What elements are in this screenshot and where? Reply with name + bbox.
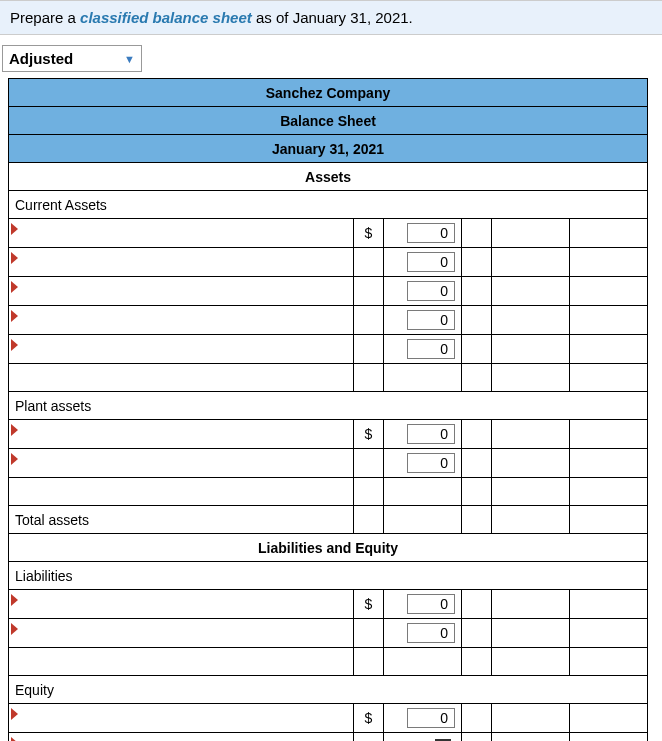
company-title: Sanchez Company bbox=[9, 79, 648, 107]
table-row: ↶(4,800) bbox=[9, 733, 648, 742]
account-select[interactable] bbox=[9, 590, 354, 619]
subtotal-row bbox=[9, 478, 648, 506]
table-row: $ 0 bbox=[9, 704, 648, 733]
report-date: January 31, 2021 bbox=[9, 135, 648, 163]
table-row: 0 bbox=[9, 335, 648, 364]
table-row: 0 bbox=[9, 306, 648, 335]
table-row: 0 bbox=[9, 449, 648, 478]
table-row: $ 0 bbox=[9, 420, 648, 449]
liab-eq-header: Liabilities and Equity bbox=[9, 534, 648, 562]
liabilities-label: Liabilities bbox=[9, 562, 648, 590]
current-assets-label: Current Assets bbox=[9, 191, 648, 219]
currency-cell: $ bbox=[354, 219, 384, 248]
total-assets-label: Total assets bbox=[9, 506, 354, 534]
amount-cell[interactable]: 0 bbox=[384, 306, 462, 335]
account-select[interactable] bbox=[9, 449, 354, 478]
amount-cell[interactable]: 0 bbox=[384, 248, 462, 277]
report-title: Balance Sheet bbox=[9, 107, 648, 135]
amount-cell[interactable]: 0 bbox=[384, 619, 462, 648]
account-select[interactable] bbox=[9, 335, 354, 364]
table-row: $ 0 bbox=[9, 219, 648, 248]
account-select[interactable] bbox=[9, 420, 354, 449]
equity-label: Equity bbox=[9, 676, 648, 704]
account-select[interactable] bbox=[9, 248, 354, 277]
amount-cell[interactable]: 0 bbox=[384, 420, 462, 449]
amount-cell[interactable]: 0 bbox=[384, 277, 462, 306]
instruction-prefix: Prepare a bbox=[10, 9, 80, 26]
table-row: 0 bbox=[9, 619, 648, 648]
amount-cell[interactable]: 0 bbox=[384, 449, 462, 478]
amount-cell[interactable]: 0 bbox=[384, 590, 462, 619]
assets-header: Assets bbox=[9, 163, 648, 191]
plant-assets-label: Plant assets bbox=[9, 392, 648, 420]
account-select[interactable] bbox=[9, 733, 354, 742]
amount-cell[interactable]: ↶(4,800) bbox=[384, 733, 462, 742]
instruction-emph: classified balance sheet bbox=[80, 9, 252, 26]
amount-cell[interactable]: 0 bbox=[384, 335, 462, 364]
amount-cell[interactable]: 0 bbox=[384, 704, 462, 733]
account-select[interactable] bbox=[9, 306, 354, 335]
table-row: 0 bbox=[9, 248, 648, 277]
balance-sheet-table: Sanchez Company Balance Sheet January 31… bbox=[8, 78, 648, 741]
table-row: 0 bbox=[9, 277, 648, 306]
table-row: $ 0 bbox=[9, 590, 648, 619]
account-select[interactable] bbox=[9, 704, 354, 733]
account-select[interactable] bbox=[9, 277, 354, 306]
chevron-down-icon: ▼ bbox=[124, 53, 135, 65]
view-dropdown[interactable]: Adjusted ▼ bbox=[2, 45, 142, 72]
account-select[interactable] bbox=[9, 619, 354, 648]
instruction-bar: Prepare a classified balance sheet as of… bbox=[0, 0, 662, 35]
instruction-suffix: as of January 31, 2021. bbox=[252, 9, 413, 26]
total-assets-row: Total assets bbox=[9, 506, 648, 534]
amount-cell[interactable]: 0 bbox=[384, 219, 462, 248]
subtotal-row bbox=[9, 648, 648, 676]
dropdown-label: Adjusted bbox=[9, 50, 73, 67]
subtotal-row bbox=[9, 364, 648, 392]
account-select[interactable] bbox=[9, 219, 354, 248]
